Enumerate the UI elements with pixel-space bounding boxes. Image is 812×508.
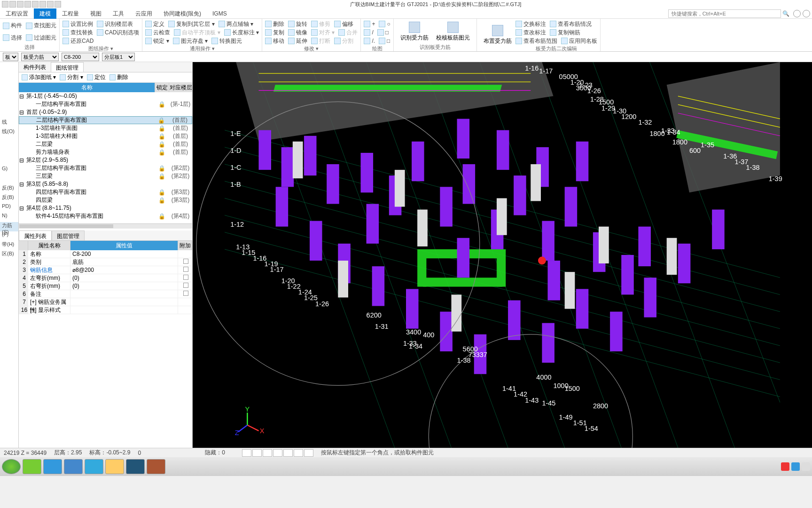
qat-icon[interactable] (17, 1, 23, 8)
ribbon-btn[interactable]: 查看布筋范围 (515, 37, 557, 45)
ribbon-btn[interactable]: 构件 (3, 22, 22, 30)
help-icon[interactable] (803, 10, 810, 17)
nav-item[interactable]: 反(B) (0, 194, 18, 203)
tab-properties[interactable]: 属性列表 (19, 230, 52, 240)
tray-icon[interactable] (802, 462, 810, 471)
menu-tab[interactable]: 工程量 (56, 8, 85, 19)
ribbon-btn[interactable]: 复制 (265, 29, 284, 37)
ribbon-btn[interactable]: 复制到其它层 ▾ (168, 20, 214, 28)
tree-row[interactable]: ⊟第-1层 (-5.45~-0.05) (19, 92, 192, 100)
menu-tab[interactable]: 工程设置 (0, 8, 34, 19)
panel-tool[interactable]: 删除 (109, 73, 128, 81)
tab-layers[interactable]: 图层管理 (52, 230, 85, 240)
qat-icon[interactable] (2, 1, 8, 8)
tree-row[interactable]: ⊟第3层 (5.85~8.8) (19, 180, 192, 188)
nav-item[interactable]: N) (0, 213, 18, 222)
ribbon-btn[interactable]: 复制钢筋 (550, 29, 580, 37)
nav-item[interactable] (0, 100, 18, 109)
ribbon-btn[interactable]: + (364, 21, 375, 27)
task-icon[interactable] (23, 459, 41, 474)
ribbon-big-btn[interactable]: 布置受力筋 (480, 20, 515, 50)
prop-row[interactable]: 7[+] 钢筋业务属性 (19, 298, 192, 306)
ribbon-btn[interactable]: 延伸 (288, 37, 307, 45)
panel-tool[interactable]: 添加图纸 ▾ (22, 73, 56, 81)
ribbon-btn[interactable]: 设置比例 (62, 20, 93, 28)
nav-item[interactable] (0, 175, 18, 184)
tool-icon[interactable] (252, 449, 262, 457)
qat-icon[interactable] (55, 1, 61, 8)
tray-icon[interactable] (791, 462, 800, 471)
ribbon-btn[interactable]: 识别楼层表 (97, 20, 133, 28)
prop-row[interactable]: 2类别底筋 (19, 258, 192, 266)
prop-row[interactable]: 4左弯折(mm)(0) (19, 274, 192, 282)
qat-icon[interactable] (39, 1, 46, 8)
ribbon-btn[interactable]: 镜像 (288, 29, 307, 37)
ribbon-btn[interactable]: 锁定 ▾ (145, 37, 169, 45)
qat-icon[interactable] (47, 1, 54, 8)
ribbon-btn[interactable]: 应用同名板 (561, 37, 597, 45)
ribbon-btn[interactable]: 两点辅轴 ▾ (219, 20, 253, 28)
menu-tab[interactable]: 视图 (85, 8, 107, 19)
ribbon-btn[interactable]: 查找替换 (62, 29, 93, 37)
task-icon[interactable] (147, 459, 165, 474)
ribbon-btn[interactable]: 对齐 ▾ (311, 29, 335, 37)
tab-drawings[interactable]: 图纸管理 (51, 62, 84, 72)
task-icon[interactable] (85, 459, 103, 474)
tree-row[interactable]: 一层结构平面布置图🔒(第-1层) (19, 100, 192, 108)
search-input[interactable] (668, 9, 781, 18)
tree-row[interactable]: 软件4-15层结构平面布置图🔒(第4层) (19, 212, 192, 220)
drawing-tree[interactable]: ⊟第-1层 (-5.45~-0.05)一层结构平面布置图🔒(第-1层)⊟首层 (… (19, 92, 192, 224)
property-grid[interactable]: 1名称C8-2002类别底筋3钢筋信息⌀8@2004左弯折(mm)(0)5右弯折… (19, 250, 192, 314)
prop-row[interactable]: 3钢筋信息⌀8@200 (19, 266, 192, 274)
qat-icon[interactable] (32, 1, 39, 8)
ribbon-btn[interactable]: ○ (379, 21, 390, 27)
tree-row[interactable]: 三层结构平面布置图🔒(第2层) (19, 164, 192, 172)
layer-select[interactable]: 分层板1 (102, 53, 135, 61)
ribbon-btn[interactable]: 删除 (265, 20, 284, 28)
tree-row[interactable]: ⊟第2层 (2.9~5.85) (19, 156, 192, 164)
ribbon-btn[interactable]: 打断 (311, 37, 330, 45)
viewport-3d[interactable]: 1-E1-D1-C1-B1-121-131-151-161-191-171-20… (193, 62, 812, 448)
ribbon-btn[interactable]: 交换标注 (515, 20, 546, 28)
prop-row[interactable]: 5右弯折(mm)(0) (19, 282, 192, 290)
ribbon-btn[interactable]: 查改标注 (515, 29, 546, 37)
tree-row[interactable]: 四层梁🔒(第3层) (19, 196, 192, 204)
ribbon-btn[interactable]: 移动 (265, 37, 284, 45)
ribbon-btn[interactable]: CAD识别选项 (97, 29, 139, 37)
tree-row[interactable]: 1-3层墙柱大样图🔒(首层) (19, 132, 192, 140)
nav-item[interactable]: 反(B) (0, 184, 18, 194)
nav-item[interactable] (0, 156, 18, 166)
nav-item[interactable] (0, 109, 18, 119)
tree-row[interactable]: 1-3层墙柱平面图🔒(首层) (19, 124, 192, 132)
nav-item[interactable] (0, 90, 18, 100)
ribbon-btn[interactable]: □ (377, 29, 389, 36)
ribbon-btn[interactable]: 自动平齐顶板 ▾ (174, 29, 220, 37)
task-icon[interactable] (43, 459, 62, 474)
nav-item[interactable]: 区(B) (0, 250, 18, 260)
tree-row[interactable]: ⊟第4层 (8.8~11.75) (19, 204, 192, 212)
prop-row[interactable]: 16[+] 显示样式 (19, 306, 192, 314)
tree-row[interactable]: 二层梁🔒(首层) (19, 140, 192, 148)
category-select[interactable]: 板 (3, 53, 18, 61)
ribbon-btn[interactable]: 旋转 (288, 20, 307, 28)
ribbon-btn[interactable]: □ (379, 38, 390, 44)
ribbon-btn[interactable]: 定义 (145, 20, 164, 28)
ribbon-btn[interactable]: 偏移 (334, 20, 353, 28)
nav-item[interactable]: 线(O) (0, 128, 18, 137)
panel-tool[interactable]: 定位 (87, 73, 106, 81)
tool-icon[interactable] (304, 449, 313, 457)
ribbon-btn[interactable]: 查看布筋情况 (550, 20, 592, 28)
h-scrollbar[interactable] (19, 224, 113, 228)
menu-tab[interactable]: IGMS (207, 8, 233, 19)
nav-item[interactable]: 带(H) (0, 241, 18, 250)
menu-tab[interactable]: 工具 (107, 8, 130, 19)
tree-row[interactable]: 剪力墙墙身表🔒(首层) (19, 148, 192, 156)
tool-icon[interactable] (273, 449, 282, 457)
menu-tab[interactable]: 协同建模(限免) (158, 8, 207, 19)
tree-row[interactable]: ⊟首层 (-0.05~2.9) (19, 108, 192, 116)
nav-item[interactable]: PD) (0, 203, 18, 213)
ribbon-btn[interactable]: 长度标注 ▾ (224, 29, 259, 37)
ribbon-btn[interactable]: 转换图元 (211, 37, 242, 45)
menu-tab[interactable]: 建模 (34, 8, 56, 19)
ribbon-btn[interactable]: 选择 (3, 34, 22, 42)
